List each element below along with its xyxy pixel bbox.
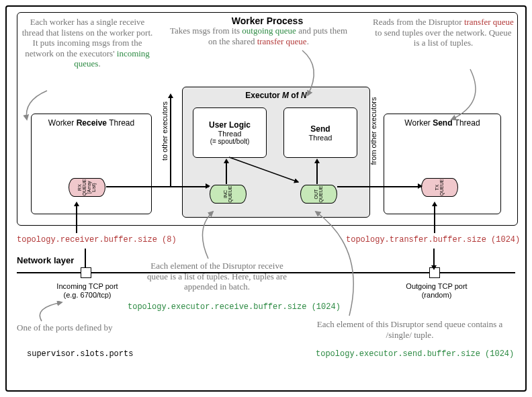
inc-queue-icon: INC QUEUE xyxy=(210,185,247,204)
arrow-out-to-send xyxy=(316,163,318,184)
user-logic-main: User Logic xyxy=(209,120,251,130)
curve-ports-defined xyxy=(35,301,75,325)
annotation-recv-thread: Each worker has a single receive thread … xyxy=(20,17,154,69)
user-logic-sub1: Thread xyxy=(218,130,242,138)
send-thread-box: Send Thread xyxy=(283,107,357,158)
arrowhead-to-other xyxy=(168,93,173,98)
worker-send-thread-label: Worker Send Thread xyxy=(388,118,496,128)
rx-queue-icon: RX QUEUE (Array List) xyxy=(69,178,105,197)
worker-receive-thread-box: Worker Receive Thread RX QUEUE (Array Li… xyxy=(31,114,152,214)
config-receiver-buffer: topology.receiver.buffer.size (8) xyxy=(17,235,177,245)
arrow-to-other-executors xyxy=(170,97,171,187)
incoming-port-label: Incoming TCP port (e.g. 6700/tcp) xyxy=(44,282,131,300)
arrow-out-to-tx xyxy=(337,186,421,187)
worker-send-thread-box: Worker Send Thread TX QUEUE xyxy=(384,114,501,214)
arrow-port-to-rx xyxy=(85,249,86,267)
arrowhead-tx-down xyxy=(431,265,437,270)
annotation-send-logic: Takes msgs from its outgoing queue and p… xyxy=(168,26,349,46)
incoming-port-icon xyxy=(81,267,91,278)
arrowhead-rx-to-inc xyxy=(206,183,210,189)
arrow-tx-to-port xyxy=(433,249,435,267)
user-logic-thread-box: User Logic Thread (= spout/bolt) xyxy=(193,107,267,158)
arrowhead-out-to-send xyxy=(314,159,320,163)
annotation-ports-defined: One of the ports defined by xyxy=(17,322,151,333)
tx-queue-icon: TX QUEUE xyxy=(421,178,458,197)
executor-title: Executor M of N xyxy=(183,91,369,100)
diagram-canvas: Worker Process Worker Receive Thread RX … xyxy=(5,5,527,392)
arrow-rx-to-inc xyxy=(106,186,209,187)
outgoing-port-label: Outgoing TCP port (random) xyxy=(393,282,480,300)
send-sub: Thread xyxy=(309,134,332,142)
arrowhead-out-to-tx xyxy=(418,183,423,189)
annotation-worker-send: Reads from the Disruptor transfer queue … xyxy=(373,17,514,48)
user-logic-sub2: (= spout/bolt) xyxy=(210,138,250,145)
out-queue-label: OUT QUEUE xyxy=(314,186,324,203)
rx-queue-label: RX QUEUE (Array List) xyxy=(78,179,97,196)
arrowhead-recvbuf-up xyxy=(74,202,79,206)
to-other-executors-label: to other executors xyxy=(161,101,169,161)
config-supervisor-ports: supervisor.slots.ports xyxy=(27,349,133,359)
executor-box: Executor M of N User Logic Thread (= spo… xyxy=(182,87,370,218)
tx-queue-label: TX QUEUE xyxy=(435,179,445,196)
arrow-recvbuf-up xyxy=(76,205,77,233)
network-layer-label: Network layer xyxy=(17,255,74,265)
arrowhead-transbuf-up xyxy=(432,202,437,206)
arrow-inc-to-logic xyxy=(226,163,227,184)
config-transfer-buffer: topology.transfer.buffer.size (1024) xyxy=(346,235,520,245)
annotation-disruptor-send: Each element of this Disruptor send queu… xyxy=(316,319,504,340)
inc-queue-label: INC QUEUE xyxy=(224,186,233,203)
out-queue-icon: OUT QUEUE xyxy=(300,185,337,204)
from-other-executors-label: from other executors xyxy=(369,97,378,165)
config-exec-recv-buffer: topology.executor.receive.buffer.size (1… xyxy=(128,302,341,312)
arrow-transbuf-up xyxy=(434,205,435,233)
send-main: Send xyxy=(310,124,330,134)
arrowhead-inc-to-logic xyxy=(224,159,229,163)
worker-receive-thread-label: Worker Receive Thread xyxy=(36,118,147,128)
config-exec-send-buffer: topology.executor.send.buffer.size (1024… xyxy=(316,349,514,359)
annotation-disruptor-recv: Each element of the Disruptor receive qu… xyxy=(140,261,294,292)
